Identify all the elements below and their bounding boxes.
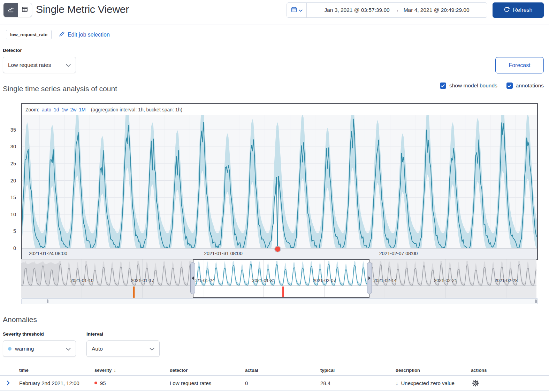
y-axis-tick-5: 5 <box>1 228 16 234</box>
anomaly-description: Unexpected zero value <box>401 380 455 386</box>
zoom-link-1M[interactable]: 1M <box>79 107 85 112</box>
y-axis: 05101520253035 <box>0 115 17 253</box>
warning-annotation-marker <box>133 287 135 298</box>
date-range-display[interactable]: Jan 3, 2021 @ 03:57:39.00 → Mar 4, 2021 … <box>307 3 487 17</box>
chevron-down-icon <box>66 346 71 352</box>
zoom-link-1d[interactable]: 1d <box>54 107 59 112</box>
y-axis-tick-20: 20 <box>1 178 16 183</box>
range-arrow: → <box>394 7 399 13</box>
column-header-actions[interactable]: actions <box>468 368 549 373</box>
aggregation-note: (aggregation interval: 1h, bucket span: … <box>91 107 182 112</box>
actions-gear-button[interactable] <box>472 380 479 386</box>
scroll-handle-right[interactable] <box>535 299 537 303</box>
y-axis-tick-10: 10 <box>1 212 16 217</box>
anomalies-table-header: timeseverity↓detectoractualtypicaldescri… <box>0 365 549 376</box>
time-series-svg <box>22 115 537 248</box>
severity-select-value: warning <box>15 346 34 352</box>
refresh-button[interactable]: Refresh <box>493 2 544 18</box>
anomalies-heading: Anomalies <box>3 315 37 324</box>
detector-select[interactable]: Low request rates <box>3 57 76 73</box>
zoom-link-1w[interactable]: 1w <box>62 107 68 112</box>
refresh-label: Refresh <box>513 7 532 13</box>
context-axis-label: 2021-02-21 <box>434 278 457 283</box>
zoom-label: Zoom: <box>25 107 39 112</box>
x-axis-tick: 2021-01-24 08:00 <box>29 251 68 256</box>
column-header-actual[interactable]: actual <box>242 368 318 373</box>
calendar-icon <box>291 7 297 14</box>
context-axis-label: 2021-01-31 <box>252 278 275 283</box>
context-axis-label: 2021-02-28 <box>495 278 518 283</box>
data-table-icon <box>22 6 28 14</box>
job-badge[interactable]: low_request_rate <box>6 30 52 39</box>
context-scrollbar[interactable] <box>21 298 538 304</box>
column-header-description[interactable]: description <box>393 368 468 373</box>
table-view-button[interactable] <box>18 3 32 17</box>
y-axis-tick-0: 0 <box>1 245 16 251</box>
column-header-severity[interactable]: severity↓ <box>92 368 167 373</box>
checkbox-label: show model bounds <box>449 83 497 89</box>
anomaly-actual-cell: 0 <box>242 380 318 386</box>
page-title: Single Metric Viewer <box>36 3 129 15</box>
checkbox-annotations[interactable]: annotations <box>506 83 544 89</box>
severity-score: 95 <box>100 380 106 386</box>
column-header-detector[interactable]: detector <box>167 368 242 373</box>
forecast-button[interactable]: Forecast <box>495 57 544 73</box>
column-header-typical[interactable]: typical <box>318 368 393 373</box>
severity-threshold-select[interactable]: warning <box>3 340 76 357</box>
edit-job-selection-link[interactable]: Edit job selection <box>59 31 110 39</box>
chevron-down-icon <box>66 62 71 68</box>
start-date[interactable]: Jan 3, 2021 @ 03:57:39.00 <box>324 7 389 13</box>
anomaly-marker-dot[interactable] <box>274 246 281 252</box>
expand-row-button[interactable] <box>0 381 16 385</box>
checkbox-checked-icon <box>440 83 446 89</box>
chart-view-button[interactable] <box>3 3 18 17</box>
context-axis-label: 2021-01-10 <box>70 278 94 283</box>
context-chart[interactable]: 2021-01-102021-01-172021-01-242021-01-31… <box>21 259 538 298</box>
interval-select-value: Auto <box>92 346 103 352</box>
brush-handle-left[interactable] <box>190 262 195 294</box>
x-axis-tick: 2021-02-07 08:00 <box>379 251 418 256</box>
warning-severity-dot <box>8 347 12 351</box>
end-date[interactable]: Mar 4, 2021 @ 20:49:29.00 <box>404 7 470 13</box>
detector-select-value: Low request rates <box>8 62 51 68</box>
interval-select[interactable]: Auto <box>86 340 160 357</box>
y-axis-tick-35: 35 <box>1 127 16 133</box>
down-arrow-icon: ↓ <box>396 380 398 386</box>
pencil-icon <box>59 31 65 39</box>
date-range-picker: Jan 3, 2021 @ 03:57:39.00 → Mar 4, 2021 … <box>287 2 487 18</box>
series-heading: Single time series analysis of count <box>3 85 117 93</box>
checkbox-show-model-bounds[interactable]: show model bounds <box>440 83 497 89</box>
zoom-link-auto[interactable]: auto <box>42 107 51 112</box>
anomaly-description-cell: ↓ Unexpected zero value <box>393 380 468 386</box>
anomaly-typical-cell: 28.4 <box>318 380 393 386</box>
sort-descending-icon: ↓ <box>114 368 116 373</box>
anomaly-time-cell: February 2nd 2021, 12:00 <box>16 380 92 386</box>
gear-icon <box>472 380 479 386</box>
app-header: Single Metric Viewer Jan 3, 2021 @ 03:57… <box>0 0 549 24</box>
checkbox-checked-icon <box>506 83 513 89</box>
main-time-series-chart[interactable]: Zoom:auto1d1w2w1M(aggregation interval: … <box>21 103 538 260</box>
detector-label: Detector <box>3 48 22 53</box>
x-axis-tick: 2021-01-31 08:00 <box>204 251 243 256</box>
chevron-right-icon <box>6 381 10 385</box>
context-axis-label: 2021-02-07 <box>313 278 336 283</box>
y-axis-tick-15: 15 <box>1 195 16 200</box>
column-header-time[interactable]: time <box>16 368 92 373</box>
view-toggle-group <box>3 3 32 17</box>
triangle-left-icon <box>192 276 194 280</box>
chart-plot-area[interactable] <box>22 115 537 248</box>
anomaly-table-row[interactable]: February 2nd 2021, 12:00 95 Low request … <box>0 376 549 391</box>
quick-select-button[interactable] <box>287 3 307 17</box>
context-axis-label: 2021-02-14 <box>373 278 397 283</box>
context-axis-label: 2021-01-17 <box>131 278 154 283</box>
brush-handle-right[interactable] <box>367 262 372 294</box>
anomaly-detector-cell: Low request rates <box>167 380 242 386</box>
job-selection-bar: low_request_rate Edit job selection <box>6 30 110 39</box>
chevron-down-icon <box>299 8 303 13</box>
chevron-down-icon <box>150 346 154 352</box>
line-chart-icon <box>8 6 14 14</box>
critical-anomaly-marker <box>282 287 284 298</box>
scroll-handle-left[interactable] <box>47 299 48 303</box>
zoom-link-2w[interactable]: 2w <box>70 107 76 112</box>
zoom-controls: Zoom:auto1d1w2w1M(aggregation interval: … <box>22 104 537 115</box>
